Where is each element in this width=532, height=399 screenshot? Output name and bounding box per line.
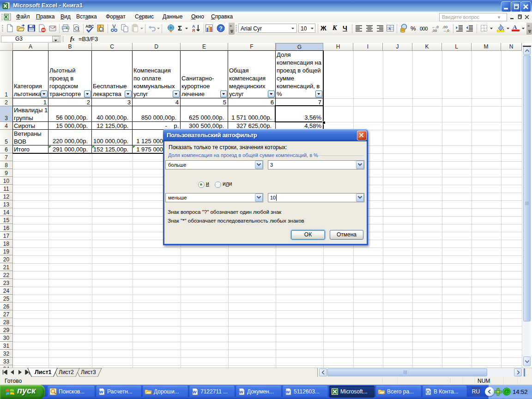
svg-text:W: W	[286, 390, 290, 394]
svg-text:@: @	[504, 388, 509, 395]
svg-text:Я: Я	[192, 28, 195, 33]
svg-text:W: W	[193, 390, 197, 394]
svg-text:a: a	[389, 26, 391, 30]
svg-text:→,0: →,0	[442, 29, 449, 33]
svg-text:?: ?	[219, 25, 223, 32]
svg-text:ABC: ABC	[85, 24, 94, 29]
svg-text:,00: ,00	[432, 29, 437, 33]
svg-text:W: W	[239, 390, 243, 394]
svg-text:W: W	[99, 390, 103, 394]
